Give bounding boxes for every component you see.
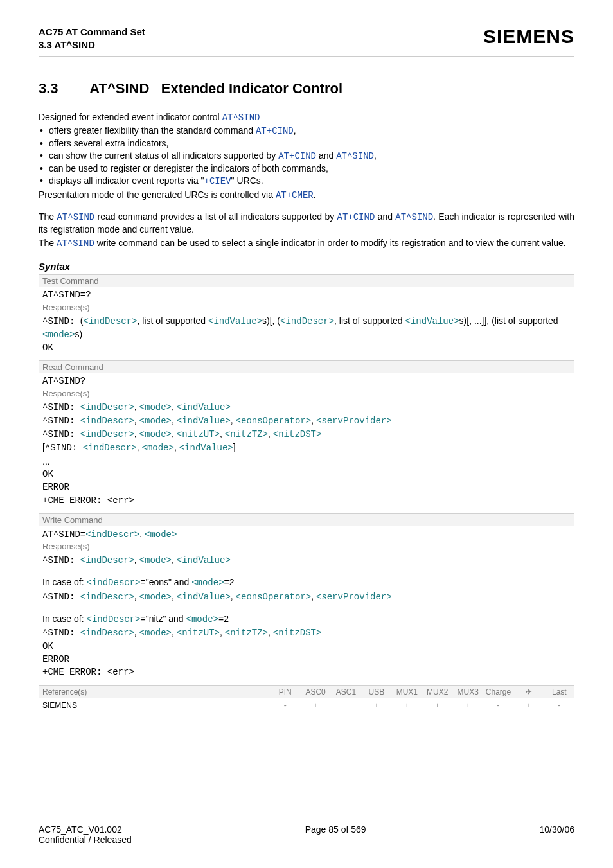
col-asc1: ASC1	[331, 686, 361, 698]
b3-cmd1[interactable]: AT+CIND	[278, 151, 316, 161]
presentation-para: Presentation mode of the generated URCs …	[39, 189, 574, 202]
wc-p1[interactable]: <indDescr>	[85, 529, 139, 540]
r2p3[interactable]: <indValue>	[177, 416, 231, 426]
t-p4[interactable]: <indValue>	[405, 316, 459, 326]
w3p4[interactable]: <nitzTZ>	[225, 628, 268, 638]
w1p2[interactable]: <mode>	[139, 555, 172, 565]
r2p4[interactable]: <eonsOperator>	[236, 416, 312, 426]
col-asc0: ASC0	[300, 686, 330, 698]
ws3: ^SIND:	[42, 628, 80, 638]
c1post: =2	[224, 577, 235, 587]
r3p4[interactable]: <nitzTZ>	[225, 429, 268, 439]
b2-pre: offers several extra indicators,	[49, 138, 169, 148]
page-footer: AC75_ATC_V01.002 Confidential / Released…	[39, 820, 574, 845]
t-p5[interactable]: <mode>	[42, 330, 75, 340]
val-pin: -	[270, 698, 300, 713]
w2p3[interactable]: <indValue>	[177, 592, 231, 602]
w3p2[interactable]: <mode>	[139, 628, 172, 638]
col-usb: USB	[361, 686, 391, 698]
t-d: s)[, (	[262, 315, 280, 326]
r3p5[interactable]: <nitzDST>	[273, 429, 322, 439]
t-p1[interactable]: <indDescr>	[83, 316, 137, 326]
p2-cmd2[interactable]: AT+CIND	[337, 212, 375, 222]
b5-post: " URCs.	[231, 175, 263, 186]
t-p2[interactable]: <indValue>	[208, 316, 262, 326]
test-resp-label: Response(s)	[42, 302, 571, 314]
c2p2[interactable]: <mode>	[186, 614, 218, 624]
intro-lead-text: Designed for extended event indicator co…	[39, 112, 222, 122]
write-case2-resp: ^SIND: <indDescr>, <mode>, <nitzUT>, <ni…	[42, 626, 571, 639]
val-asc0: +	[300, 698, 330, 713]
b3-cmd2[interactable]: AT^SIND	[336, 151, 374, 161]
val-mux1: +	[392, 698, 422, 713]
r3p3[interactable]: <nitzUT>	[177, 429, 220, 439]
w3p1[interactable]: <indDescr>	[80, 628, 134, 638]
r1p2[interactable]: <mode>	[139, 402, 172, 412]
r1p1[interactable]: <indDescr>	[80, 402, 134, 412]
c1pre: In case of:	[42, 577, 86, 587]
read-line-2: ^SIND: <indDescr>, <mode>, <indValue>, <…	[42, 414, 571, 427]
pres-cmd[interactable]: AT+CMER	[276, 190, 314, 200]
col-mux3: MUX3	[452, 686, 483, 698]
r4p3[interactable]: <indValue>	[179, 443, 233, 453]
p2-cmd1[interactable]: AT^SIND	[57, 212, 94, 222]
read-command-label: Read Command	[39, 360, 574, 373]
test-command-body: AT^SIND=? Response(s) ^SIND: (<indDescr>…	[39, 287, 574, 360]
val-last: -	[544, 698, 574, 713]
wc-p2[interactable]: <mode>	[145, 529, 177, 540]
footer-date: 10/30/06	[540, 824, 575, 845]
footer-docid: AC75_ATC_V01.002	[39, 824, 132, 835]
p2a: The	[39, 211, 57, 222]
read-error: ERROR	[42, 481, 571, 493]
col-pin: PIN	[270, 686, 300, 698]
section-number: 3.3	[39, 80, 86, 97]
test-cmd: AT^SIND=?	[42, 288, 571, 301]
r2p5[interactable]: <servProvider>	[316, 416, 392, 426]
c2p1[interactable]: <indDescr>	[86, 614, 140, 624]
intro-lead: Designed for extended event indicator co…	[39, 111, 574, 124]
bullet-5: displays all indicator event reports via…	[39, 175, 574, 188]
page-header: AC75 AT Command Set 3.3 AT^SIND SIEMENS	[39, 26, 574, 52]
c1p1[interactable]: <indDescr>	[86, 578, 140, 588]
b5-cmd[interactable]: +CIEV	[204, 176, 231, 186]
t-g: s)	[75, 329, 82, 339]
c1p2[interactable]: <mode>	[191, 578, 224, 588]
p2-cmd3[interactable]: AT^SIND	[395, 212, 433, 222]
r4p1[interactable]: <indDescr>	[83, 443, 137, 453]
r4p2[interactable]: <mode>	[142, 443, 174, 453]
val-mux2: +	[422, 698, 452, 713]
r3p2[interactable]: <mode>	[139, 429, 172, 439]
syntax-heading: Syntax	[39, 261, 574, 272]
r2p1[interactable]: <indDescr>	[80, 416, 134, 426]
val-asc1: +	[331, 698, 361, 713]
reference-cols: PIN ASC0 ASC1 USB MUX1 MUX2 MUX3 Charge …	[270, 686, 574, 698]
w3p5[interactable]: <nitzDST>	[273, 628, 322, 638]
write-cme: +CME ERROR: <err>	[42, 666, 571, 678]
c1mid: ="eons" and	[141, 577, 192, 587]
w2p2[interactable]: <mode>	[139, 592, 172, 602]
t-p3[interactable]: <indDescr>	[280, 316, 334, 326]
rs2: ^SIND:	[42, 416, 80, 426]
w1p1[interactable]: <indDescr>	[80, 555, 134, 565]
w2p1[interactable]: <indDescr>	[80, 592, 134, 602]
b1-cmd[interactable]: AT+CIND	[256, 126, 294, 136]
w1p3[interactable]: <indValue>	[177, 555, 231, 565]
section-heading: 3.3 AT^SIND Extended Indicator Control	[39, 80, 574, 97]
read-line-1: ^SIND: <indDescr>, <mode>, <indValue>	[42, 400, 571, 414]
w3p3[interactable]: <nitzUT>	[177, 628, 220, 638]
w2p5[interactable]: <servProvider>	[316, 592, 392, 602]
p3-cmd[interactable]: AT^SIND	[57, 238, 94, 249]
rs4: ^SIND:	[45, 443, 83, 453]
rs3: ^SIND:	[42, 429, 80, 439]
bullet-3: can show the current status of all indic…	[39, 150, 574, 163]
r2p2[interactable]: <mode>	[139, 416, 172, 426]
write-cmd: AT^SIND=<indDescr>, <mode>	[42, 527, 571, 541]
intro-lead-cmd[interactable]: AT^SIND	[222, 112, 260, 123]
r3p1[interactable]: <indDescr>	[80, 429, 134, 439]
p2c: and	[375, 211, 395, 222]
siemens-logo: SIEMENS	[483, 26, 574, 48]
reference-vals: - + + + + + + - + -	[270, 698, 574, 713]
col-charge: Charge	[483, 686, 513, 698]
r1p3[interactable]: <indValue>	[177, 402, 231, 412]
w2p4[interactable]: <eonsOperator>	[236, 592, 312, 602]
